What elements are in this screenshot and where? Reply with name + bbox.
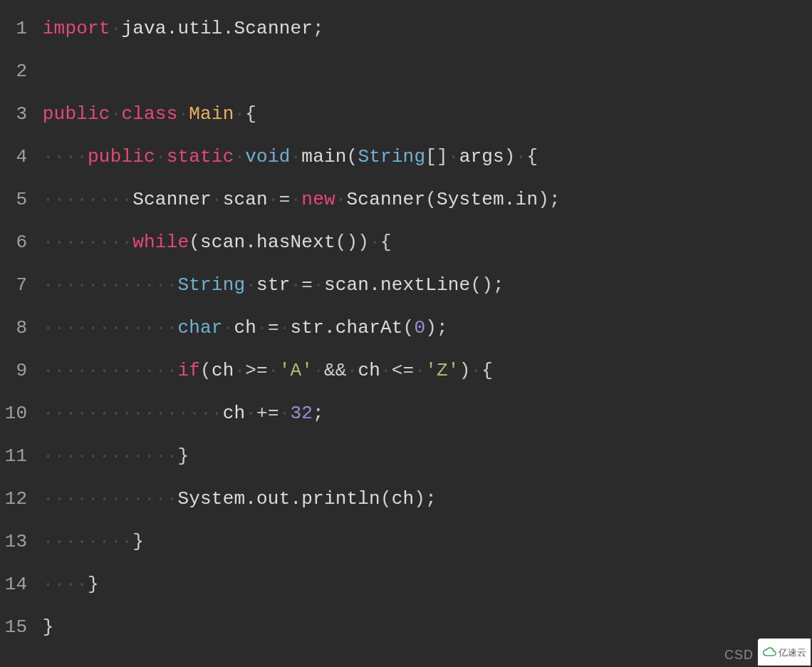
line-number: 7	[0, 276, 31, 294]
code-content[interactable]: ················ch·+=·32;	[31, 404, 324, 423]
code-content[interactable]: ····}	[31, 575, 99, 594]
code-line[interactable]: 7 ············String·str·=·scan.nextLine…	[0, 264, 812, 306]
code-editor[interactable]: 1 import·java.util.Scanner; 2 3 public·c…	[0, 0, 812, 648]
line-number: 5	[0, 190, 31, 209]
code-content[interactable]: public·class·Main·{	[31, 105, 256, 123]
code-line[interactable]: 2	[0, 50, 812, 93]
code-line[interactable]: 13 ········}	[0, 520, 812, 563]
code-line[interactable]: 14 ····}	[0, 563, 812, 606]
line-number: 1	[0, 19, 31, 38]
code-content[interactable]: import·java.util.Scanner;	[31, 19, 324, 38]
cloud-icon	[762, 645, 776, 659]
code-content[interactable]: ············System.out.println(ch);	[31, 490, 437, 508]
watermark-logo: 亿速云	[758, 638, 811, 666]
code-line[interactable]: 15 }	[0, 606, 812, 648]
code-line[interactable]: 1 import·java.util.Scanner;	[0, 7, 812, 50]
code-line[interactable]: 10 ················ch·+=·32;	[0, 392, 812, 435]
code-line[interactable]: 9 ············if(ch·>=·'A'·&&·ch·<=·'Z')…	[0, 349, 812, 392]
line-number: 14	[0, 575, 31, 594]
code-content[interactable]: ············}	[31, 447, 189, 465]
line-number: 2	[0, 62, 31, 81]
line-number: 13	[0, 532, 31, 551]
code-content[interactable]: ············char·ch·=·str.charAt(0);	[31, 319, 448, 337]
code-content[interactable]: ········}	[31, 532, 144, 551]
code-content[interactable]: }	[31, 618, 54, 636]
watermark-text: 亿速云	[779, 648, 806, 657]
code-line[interactable]: 12 ············System.out.println(ch);	[0, 477, 812, 520]
code-line[interactable]: 4 ····public·static·void·main(String[]·a…	[0, 135, 812, 178]
line-number: 9	[0, 361, 31, 380]
line-number: 4	[0, 148, 31, 166]
line-number: 11	[0, 447, 31, 465]
code-line[interactable]: 6 ········while(scan.hasNext())·{	[0, 221, 812, 264]
watermark-csd: CSD	[724, 648, 754, 661]
line-number: 6	[0, 233, 31, 252]
code-line[interactable]: 8 ············char·ch·=·str.charAt(0);	[0, 306, 812, 349]
code-line[interactable]: 11 ············}	[0, 435, 812, 477]
line-number: 12	[0, 490, 31, 508]
line-number: 3	[0, 105, 31, 123]
line-number: 8	[0, 319, 31, 337]
code-line[interactable]: 5 ········Scanner·scan·=·new·Scanner(Sys…	[0, 178, 812, 221]
line-number: 15	[0, 618, 31, 636]
code-content[interactable]: ············if(ch·>=·'A'·&&·ch·<=·'Z')·{	[31, 361, 493, 380]
code-content[interactable]: ········while(scan.hasNext())·{	[31, 233, 392, 252]
code-content[interactable]: ····public·static·void·main(String[]·arg…	[31, 148, 538, 166]
code-content[interactable]: ············String·str·=·scan.nextLine()…	[31, 276, 504, 294]
line-number: 10	[0, 404, 31, 423]
code-line[interactable]: 3 public·class·Main·{	[0, 93, 812, 135]
code-content[interactable]: ········Scanner·scan·=·new·Scanner(Syste…	[31, 190, 561, 209]
